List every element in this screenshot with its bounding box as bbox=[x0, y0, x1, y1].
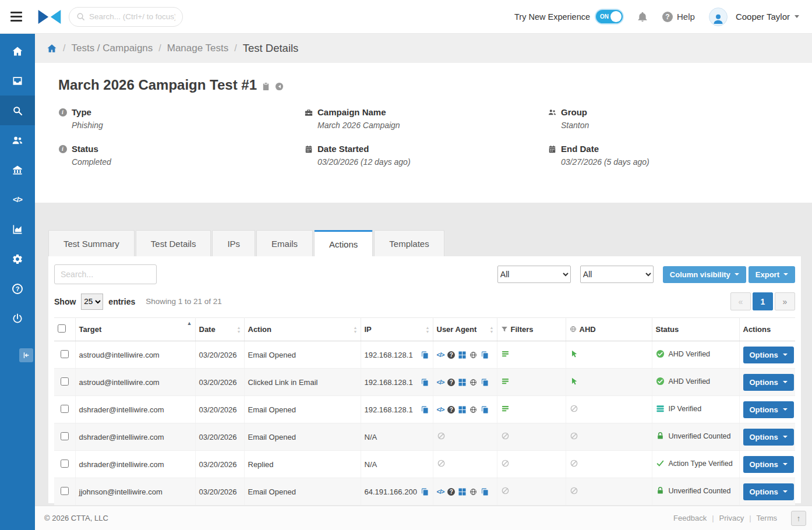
sidebar-item-logout[interactable] bbox=[0, 303, 35, 333]
options-button[interactable]: Options bbox=[743, 347, 794, 363]
footer-link-privacy[interactable]: Privacy bbox=[719, 514, 744, 522]
table-search-input[interactable] bbox=[54, 264, 157, 284]
breadcrumb-separator: / bbox=[234, 43, 236, 54]
caret-down-icon bbox=[783, 490, 788, 493]
status-ip-bars-icon bbox=[656, 404, 665, 413]
sidebar-item-organization[interactable] bbox=[0, 155, 35, 185]
user-avatar[interactable] bbox=[709, 8, 728, 26]
sidebar-item-phishing[interactable] bbox=[0, 96, 35, 125]
pagination-next-button[interactable]: » bbox=[775, 292, 795, 310]
sidebar-item-settings[interactable] bbox=[0, 244, 35, 274]
column-header-ip[interactable]: IP▲▼ bbox=[361, 318, 433, 341]
sidebar-item-reports[interactable] bbox=[0, 214, 35, 244]
ua-browser-globe-icon[interactable] bbox=[469, 488, 477, 496]
ua-os-windows-icon[interactable] bbox=[458, 488, 466, 496]
column-label: Status bbox=[656, 326, 679, 334]
options-button[interactable]: Options bbox=[743, 483, 794, 500]
notifications-bell-icon[interactable] bbox=[637, 10, 648, 23]
ua-browser-globe-icon[interactable] bbox=[469, 406, 477, 414]
ua-os-windows-icon[interactable] bbox=[458, 379, 466, 386]
user-menu[interactable]: Cooper Taylor bbox=[736, 12, 799, 22]
user-agent-cell bbox=[433, 423, 497, 451]
hamburger-menu-button[interactable] bbox=[0, 0, 33, 34]
entries-label: entries bbox=[108, 297, 135, 306]
ua-info-icon[interactable]: ? bbox=[447, 351, 455, 359]
filter-select-2[interactable]: All bbox=[580, 266, 654, 283]
help-button[interactable]: ? Help bbox=[662, 12, 695, 22]
checkbox-cell bbox=[54, 478, 75, 506]
copy-ip-icon[interactable] bbox=[421, 487, 429, 496]
new-experience-toggle[interactable]: ON bbox=[596, 10, 623, 23]
content-area: Test SummaryTest DetailsIPsEmailsActions… bbox=[35, 203, 812, 506]
sidebar-collapse-button[interactable] bbox=[19, 348, 33, 362]
page-size-select[interactable]: 25 bbox=[81, 294, 103, 310]
copy-ip-icon[interactable] bbox=[421, 378, 429, 387]
tab-ips[interactable]: IPs bbox=[212, 230, 255, 256]
select-all-checkbox[interactable] bbox=[58, 324, 66, 333]
ua-os-windows-icon[interactable] bbox=[458, 406, 466, 414]
tab-actions[interactable]: Actions bbox=[314, 230, 373, 256]
sidebar-item-devices[interactable] bbox=[0, 66, 35, 96]
scroll-to-top-button[interactable]: ↑ bbox=[791, 511, 806, 526]
row-checkbox[interactable] bbox=[61, 460, 69, 468]
breadcrumb-item-tests-campaigns[interactable]: Tests / Campaigns bbox=[71, 43, 153, 54]
options-button[interactable]: Options bbox=[743, 429, 794, 446]
ua-info-icon[interactable]: ? bbox=[447, 406, 455, 414]
footer-link-terms[interactable]: Terms bbox=[757, 514, 777, 522]
sidebar-item-help[interactable]: ? bbox=[0, 274, 35, 303]
copy-user-agent-icon[interactable] bbox=[481, 378, 489, 387]
row-checkbox[interactable] bbox=[61, 487, 69, 495]
copy-ip-icon[interactable] bbox=[421, 351, 429, 359]
tab-test-summary[interactable]: Test Summary bbox=[48, 230, 135, 256]
toggle-knob bbox=[610, 11, 622, 22]
clipboard-icon[interactable] bbox=[262, 82, 270, 91]
status-lock-icon bbox=[656, 486, 665, 495]
copy-user-agent-icon[interactable] bbox=[481, 351, 489, 359]
pagination-prev-button[interactable]: « bbox=[730, 292, 751, 310]
home-icon[interactable] bbox=[47, 43, 57, 54]
ua-os-windows-icon[interactable] bbox=[458, 351, 466, 359]
export-button[interactable]: Export bbox=[749, 266, 795, 283]
filter-select-1[interactable]: All bbox=[497, 266, 571, 283]
row-checkbox[interactable] bbox=[61, 377, 69, 386]
options-button[interactable]: Options bbox=[743, 401, 794, 418]
ua-code-icon[interactable]: </> bbox=[437, 351, 444, 358]
ua-browser-globe-icon[interactable] bbox=[469, 379, 477, 386]
column-header-action[interactable]: Action▲▼ bbox=[244, 318, 361, 341]
copy-user-agent-icon[interactable] bbox=[481, 405, 489, 414]
tab-test-details[interactable]: Test Details bbox=[136, 230, 211, 256]
ua-code-icon[interactable]: </> bbox=[437, 379, 444, 386]
column-label: User Agent bbox=[437, 326, 477, 334]
global-search-input[interactable] bbox=[89, 12, 175, 21]
tab-emails[interactable]: Emails bbox=[256, 230, 313, 256]
breadcrumb-item-manage-tests[interactable]: Manage Tests bbox=[167, 43, 229, 54]
global-search[interactable] bbox=[69, 7, 183, 27]
ua-info-icon[interactable]: ? bbox=[447, 379, 455, 386]
row-checkbox[interactable] bbox=[61, 350, 69, 358]
tab-templates[interactable]: Templates bbox=[374, 230, 444, 256]
sidebar-item-users[interactable] bbox=[0, 125, 35, 155]
ua-code-icon[interactable]: </> bbox=[437, 488, 444, 495]
options-button[interactable]: Options bbox=[743, 456, 794, 473]
status-check-circle-icon bbox=[656, 377, 665, 386]
sidebar-item-home[interactable] bbox=[0, 36, 35, 66]
row-checkbox[interactable] bbox=[61, 432, 69, 440]
pagination-page-button[interactable]: 1 bbox=[753, 292, 773, 310]
filter-icon bbox=[501, 326, 508, 333]
ua-browser-globe-icon[interactable] bbox=[469, 351, 477, 359]
ua-code-icon[interactable]: </> bbox=[437, 406, 444, 413]
column-header-user-agent[interactable]: User Agent▲▼ bbox=[433, 318, 497, 341]
column-header-target[interactable]: Target▲ bbox=[75, 318, 195, 341]
row-checkbox[interactable] bbox=[61, 405, 69, 413]
copy-ip-icon[interactable] bbox=[421, 405, 429, 414]
history-icon[interactable] bbox=[275, 82, 284, 91]
options-button[interactable]: Options bbox=[743, 374, 794, 391]
copy-user-agent-icon[interactable] bbox=[481, 487, 489, 496]
sidebar-item-code[interactable]: </> bbox=[0, 185, 35, 214]
ua-info-icon[interactable]: ? bbox=[447, 488, 455, 496]
column-visibility-button[interactable]: Column visibility bbox=[663, 266, 746, 283]
filters-cell bbox=[497, 369, 566, 396]
footer-link-feedback[interactable]: Feedback bbox=[673, 514, 707, 522]
app-logo[interactable] bbox=[36, 9, 63, 25]
column-header-date[interactable]: Date▲▼ bbox=[195, 318, 244, 341]
